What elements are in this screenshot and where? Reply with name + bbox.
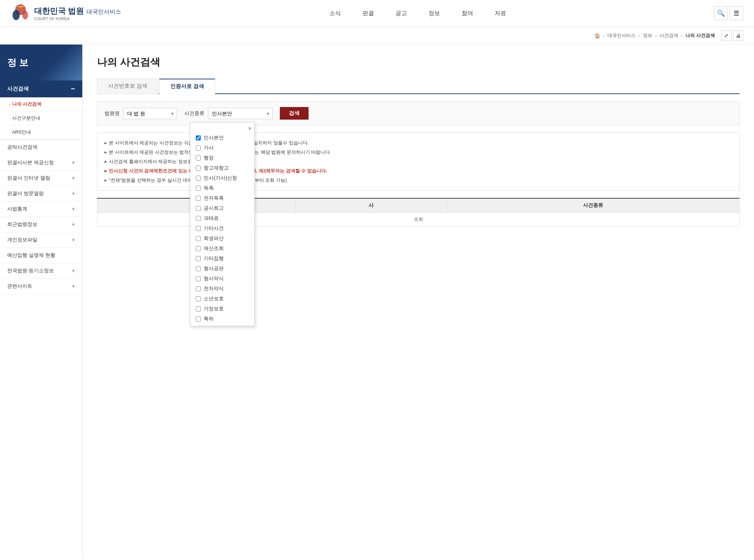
tab-case-number[interactable]: 사건번호로 검색	[97, 79, 158, 94]
plus-icon-3: +	[72, 190, 75, 197]
main-nav: 소식 판결 공고 정보 참여 자료	[328, 8, 508, 19]
sidebar-item-national-courts[interactable]: 전국법원·등기소정보 +	[0, 263, 82, 279]
logo-court: COURT OF KOREA	[34, 17, 121, 21]
dropdown-item-18[interactable]: 특허	[190, 314, 254, 324]
checkbox-14[interactable]	[196, 276, 201, 281]
sidebar-item-my-case[interactable]: 나의 사건검색	[0, 97, 82, 111]
court-label: 법원명	[105, 110, 120, 117]
col-case-type: 사건종류	[447, 198, 739, 213]
checkbox-2[interactable]	[196, 156, 201, 161]
sidebar-item-ars[interactable]: ARS안내	[0, 125, 82, 139]
sidebar-item-judgment-internet[interactable]: 판결서 인터넷 열람 +	[0, 171, 82, 186]
breadcrumb-daeguk[interactable]: 대국민서비스	[607, 32, 635, 39]
sidebar-item-recent-law[interactable]: 최근법령정보 +	[0, 217, 82, 232]
tabs: 사건번호로 검색 인증서로 검색	[97, 78, 740, 94]
nav-pangyeol[interactable]: 판결	[361, 8, 376, 19]
dropdown-item-7[interactable]: 공시최고	[190, 203, 254, 213]
sidebar-item-budget[interactable]: 예산집행 실명제 현황	[0, 248, 82, 263]
logo-icon	[11, 3, 31, 24]
checkbox-0[interactable]	[196, 135, 201, 140]
dropdown-item-4[interactable]: 민사(가사)신청	[190, 173, 254, 183]
sidebar-item-judicial-stats[interactable]: 사법통계 +	[0, 202, 82, 217]
checkbox-8[interactable]	[196, 216, 201, 221]
checkbox-13[interactable]	[196, 266, 201, 271]
checkbox-6[interactable]	[196, 196, 201, 201]
collapse-icon: −	[71, 85, 75, 93]
tab-certificate[interactable]: 인증서로 검색	[159, 79, 215, 94]
sidebar-item-gongtak[interactable]: 공탁사건검색	[0, 140, 82, 155]
type-select[interactable]: 민사본안	[208, 108, 273, 119]
sidebar-title: 정 보	[7, 56, 28, 69]
sidebar-item-judgment-visit[interactable]: 판결서 방문열람 +	[0, 186, 82, 202]
checkbox-5[interactable]	[196, 186, 201, 191]
sidebar-item-case-guide[interactable]: 사건구분안내	[0, 111, 82, 125]
checkbox-1[interactable]	[196, 145, 201, 151]
sidebar-item-related-sites[interactable]: 관련사이트 +	[0, 279, 82, 294]
dropdown-item-13[interactable]: 형사공판	[190, 264, 254, 274]
search-submit-button[interactable]: 검색	[280, 107, 309, 120]
case-type-dropdown: × 민사본안가사행정항고재항고민사(가사)신청독촉전자독촉공시최고과태료기타사건…	[190, 122, 255, 326]
sidebar-section-label: 사건검색	[7, 85, 29, 92]
nav-sosik[interactable]: 소식	[328, 8, 343, 19]
page-title: 나의 사건검색	[97, 55, 740, 69]
nav-gonggo[interactable]: 공고	[394, 8, 409, 19]
checkbox-18[interactable]	[196, 316, 201, 321]
dropdown-item-17[interactable]: 가정보호	[190, 304, 254, 314]
checkbox-15[interactable]	[196, 286, 201, 291]
sidebar: 정 보 사건검색 − 나의 사건검색 사건구분안내 ARS안내 공탁사건검색 판…	[0, 45, 83, 558]
dropdown-item-10[interactable]: 회생파산	[190, 233, 254, 244]
type-label: 사건종류	[184, 110, 204, 117]
header: 대한민국 법원 대국민서비스 COURT OF KOREA 소식 판결 공고 정…	[0, 0, 754, 27]
search-button[interactable]: 🔍	[714, 6, 728, 20]
breadcrumb-sageon[interactable]: 사건검색	[660, 32, 678, 39]
checkbox-10[interactable]	[196, 236, 201, 241]
dropdown-item-15[interactable]: 전자약식	[190, 284, 254, 294]
dropdown-header: ×	[190, 124, 254, 133]
checkbox-4[interactable]	[196, 176, 201, 181]
dropdown-item-11[interactable]: 재산조회	[190, 244, 254, 254]
plus-icon-1: +	[72, 159, 75, 166]
share-button[interactable]: ⤢	[721, 31, 731, 41]
sidebar-section-title[interactable]: 사건검색 −	[0, 80, 82, 97]
checkbox-11[interactable]	[196, 246, 201, 251]
dropdown-item-9[interactable]: 기타사건	[190, 223, 254, 233]
dropdown-items-container: 민사본안가사행정항고재항고민사(가사)신청독촉전자독촉공시최고과태료기타사건회생…	[190, 133, 254, 324]
checkbox-16[interactable]	[196, 296, 201, 301]
checkbox-17[interactable]	[196, 306, 201, 311]
court-form-group: 법원명 대 법 원	[105, 108, 177, 119]
checkbox-7[interactable]	[196, 206, 201, 211]
nav-chamyeo[interactable]: 참여	[460, 8, 475, 19]
dropdown-item-6[interactable]: 전자독촉	[190, 193, 254, 203]
dropdown-item-1[interactable]: 가사	[190, 143, 254, 153]
print-button[interactable]: 🖨	[733, 31, 743, 41]
dropdown-item-2[interactable]: 행정	[190, 153, 254, 163]
dropdown-item-14[interactable]: 형사약식	[190, 274, 254, 284]
menu-button[interactable]: ☰	[730, 6, 743, 20]
svg-rect-3	[18, 6, 23, 7]
checkbox-12[interactable]	[196, 256, 201, 261]
dropdown-item-3[interactable]: 항고재항고	[190, 163, 254, 173]
logo-text: 대한민국 법원 대국민서비스 COURT OF KOREA	[34, 6, 121, 21]
svg-point-1	[13, 10, 20, 20]
checkbox-3[interactable]	[196, 166, 201, 171]
plus-icon-9: +	[72, 283, 75, 290]
court-select-wrapper: 대 법 원	[123, 108, 177, 119]
dropdown-item-5[interactable]: 독촉	[190, 183, 254, 193]
breadcrumb-home-icon: 🏠	[595, 33, 600, 38]
court-select[interactable]: 대 법 원	[123, 108, 177, 119]
sidebar-item-privacy-file[interactable]: 개인정보파일 +	[0, 232, 82, 248]
nav-jaryo[interactable]: 자료	[493, 8, 508, 19]
header-icons: 🔍 ☰	[714, 6, 743, 20]
dropdown-close-button[interactable]: ×	[248, 125, 251, 132]
svg-point-2	[22, 11, 28, 19]
dropdown-item-0[interactable]: 민사본안	[190, 133, 254, 143]
dropdown-item-16[interactable]: 소년보호	[190, 294, 254, 304]
plus-icon-5: +	[72, 221, 75, 228]
sidebar-section-sageon: 사건검색 − 나의 사건검색 사건구분안내 ARS안내	[0, 80, 82, 140]
checkbox-9[interactable]	[196, 226, 201, 231]
dropdown-item-8[interactable]: 과태료	[190, 213, 254, 223]
sidebar-item-judgment-copy[interactable]: 판결서사본 제공신청 +	[0, 155, 82, 171]
breadcrumb-jeongbo[interactable]: 정보	[643, 32, 652, 39]
nav-jeongbo[interactable]: 정보	[427, 8, 442, 19]
dropdown-item-12[interactable]: 기타집행	[190, 254, 254, 264]
